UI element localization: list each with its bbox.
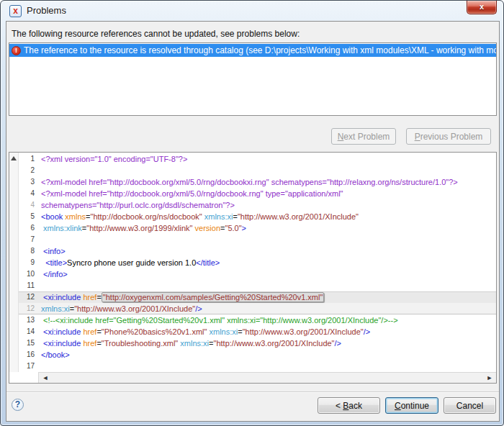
next-problem-button[interactable]: Next Problem xyxy=(331,128,396,145)
code-text: <!--<xi:include href="Getting%20Started%… xyxy=(38,314,496,326)
code-text: </book> xyxy=(38,349,496,361)
intro-label: The following resource references cannot… xyxy=(12,29,300,39)
code-line[interactable]: 17 xyxy=(19,361,496,372)
code-line[interactable]: 15 <xi:include href="Troubleshooting.xml… xyxy=(19,337,496,349)
line-number: 16 xyxy=(19,349,38,361)
line-number: 5 xyxy=(19,211,38,222)
code-text xyxy=(38,280,496,291)
code-text: <xi:include href="http://oxygenxml.com/s… xyxy=(38,291,496,303)
cancel-button[interactable]: Cancel xyxy=(444,397,496,414)
line-number: 17 xyxy=(19,361,38,372)
xml-code-editor[interactable]: 1<?xml version="1.0" encoding="UTF-8"?>2… xyxy=(9,152,497,384)
close-button[interactable]: x xyxy=(467,1,497,14)
code-line[interactable]: 2 xyxy=(19,165,496,176)
problems-list[interactable]: ! The reference to the resource is resol… xyxy=(9,42,497,116)
scroll-right-icon[interactable]: ► xyxy=(485,373,495,383)
code-text: <?xml-model href="http://docbook.org/xml… xyxy=(38,188,496,199)
problems-dialog: x Problems x The following resource refe… xyxy=(0,0,504,426)
previous-problem-button[interactable]: Previous Problem xyxy=(406,128,491,145)
line-number: 4 xyxy=(19,188,38,199)
problem-message: The reference to the resource is resolve… xyxy=(24,45,496,55)
code-line[interactable]: 8 <info> xyxy=(19,245,496,257)
line-number: 11 xyxy=(19,280,38,291)
code-line[interactable]: 4schematypens="http://purl.oclc.org/dsdl… xyxy=(19,199,496,211)
code-line[interactable]: 13 <!--<xi:include href="Getting%20Start… xyxy=(19,314,496,326)
fold-margin xyxy=(9,153,19,372)
code-line[interactable]: 12 <xi:include href="http://oxygenxml.co… xyxy=(19,291,496,303)
line-number: 1 xyxy=(19,153,38,165)
problem-reference-highlight: "http://oxygenxml.com/samples/Getting%20… xyxy=(102,292,325,302)
horizontal-scrollbar[interactable]: ◄ ► xyxy=(38,372,496,383)
title-bar[interactable]: x Problems x xyxy=(1,1,503,21)
code-text: <book xmlns="http://docbook.org/ns/docbo… xyxy=(38,211,496,222)
code-line[interactable]: 1<?xml version="1.0" encoding="UTF-8"?> xyxy=(19,153,496,165)
code-text xyxy=(38,361,496,372)
code-text xyxy=(38,234,496,245)
line-number: 14 xyxy=(19,326,38,337)
code-line[interactable]: 10 </info> xyxy=(19,268,496,280)
help-icon[interactable]: ? xyxy=(12,399,24,411)
line-number: 2 xyxy=(19,165,38,176)
code-text: xmlns:xlink="http://www.w3.org/1999/xlin… xyxy=(38,222,496,234)
code-line[interactable]: 4<?xml-model href="http://docbook.org/xm… xyxy=(19,188,496,199)
code-text: xmlns:xi="http://www.w3.org/2001/XInclud… xyxy=(38,303,496,314)
oxygen-logo-icon: x xyxy=(9,5,22,17)
line-number: 13 xyxy=(19,314,38,326)
scroll-left-icon[interactable]: ◄ xyxy=(40,373,50,383)
code-text: <xi:include href="Troubleshooting.xml" x… xyxy=(38,337,496,349)
problem-navigation: Next Problem Previous Problem xyxy=(331,128,491,145)
code-line[interactable]: 11 xyxy=(19,280,496,291)
fold-collapse-icon[interactable] xyxy=(11,156,17,160)
line-number: 8 xyxy=(19,245,38,257)
code-line[interactable]: 16</book> xyxy=(19,349,496,361)
line-number: 12 xyxy=(19,303,38,314)
code-line[interactable]: 6 xmlns:xlink="http://www.w3.org/1999/xl… xyxy=(19,222,496,234)
code-line[interactable]: 3<?xml-model href="http://docbook.org/xm… xyxy=(19,176,496,188)
line-number: 4 xyxy=(19,199,38,211)
code-text: </info> xyxy=(38,268,496,280)
code-text: <?xml version="1.0" encoding="UTF-8"?> xyxy=(38,153,496,165)
line-number: 9 xyxy=(19,257,38,268)
dialog-buttons: < Back Continue Cancel xyxy=(318,397,496,414)
code-text: schematypens="http://purl.oclc.org/dsdl/… xyxy=(38,199,496,211)
line-number: 12 xyxy=(19,291,38,303)
code-line[interactable]: 12xmlns:xi="http://www.w3.org/2001/XIncl… xyxy=(19,303,496,314)
footer-separator xyxy=(6,391,499,393)
code-lines: 1<?xml version="1.0" encoding="UTF-8"?>2… xyxy=(19,153,496,372)
code-text xyxy=(38,165,496,176)
code-line[interactable]: 9 <title>Syncro phone user guide version… xyxy=(19,257,496,268)
error-icon: ! xyxy=(12,46,21,55)
code-text: <?xml-model href="http://docbook.org/xml… xyxy=(38,176,496,188)
window-title: Problems xyxy=(27,1,66,20)
back-button[interactable]: < Back xyxy=(318,397,380,414)
dialog-client-area: The following resource references cannot… xyxy=(6,21,500,422)
line-number: 3 xyxy=(19,176,38,188)
code-line[interactable]: 7 xyxy=(19,234,496,245)
code-text: <title>Syncro phone user guide version 1… xyxy=(38,257,496,268)
line-number: 7 xyxy=(19,234,38,245)
continue-button[interactable]: Continue xyxy=(385,397,438,414)
code-text: <xi:include href="Phone%20basics%20v1.xm… xyxy=(38,326,496,337)
problem-list-item[interactable]: ! The reference to the resource is resol… xyxy=(9,44,496,57)
code-line[interactable]: 14 <xi:include href="Phone%20basics%20v1… xyxy=(19,326,496,337)
code-line[interactable]: 5<book xmlns="http://docbook.org/ns/docb… xyxy=(19,211,496,222)
code-text: <info> xyxy=(38,245,496,257)
line-number: 15 xyxy=(19,337,38,349)
line-number: 10 xyxy=(19,268,38,280)
line-number: 6 xyxy=(19,222,38,234)
